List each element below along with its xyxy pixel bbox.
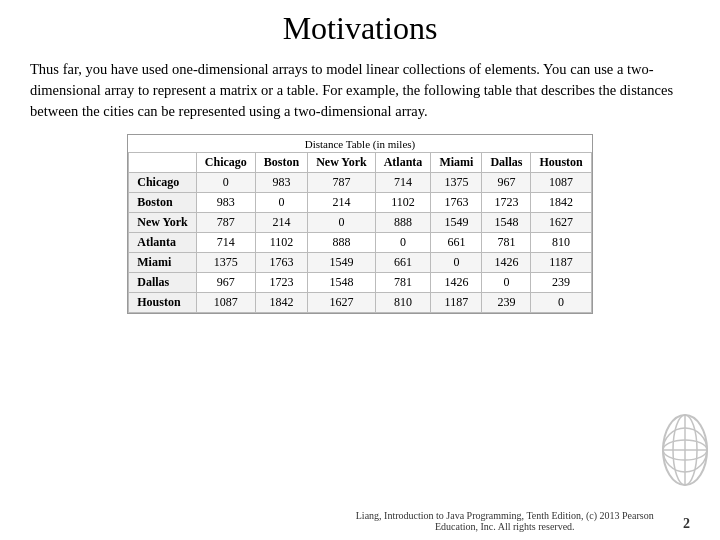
col-header-atlanta: Atlanta	[375, 153, 431, 173]
table-row: New York7872140888154915481627	[129, 213, 592, 233]
table-cell: 967	[482, 173, 531, 193]
page-number: 2	[683, 516, 690, 532]
col-header-boston: Boston	[255, 153, 307, 173]
table-cell: 781	[482, 233, 531, 253]
table-cell: 1763	[431, 193, 482, 213]
table-row: Chicago098378771413759671087	[129, 173, 592, 193]
col-header-newyork: New York	[308, 153, 376, 173]
table-cell: 661	[375, 253, 431, 273]
table-cell: 214	[308, 193, 376, 213]
row-header: Miami	[129, 253, 197, 273]
table-cell: 1549	[308, 253, 376, 273]
table-cell: 983	[196, 193, 255, 213]
table-row: Miami137517631549661014261187	[129, 253, 592, 273]
table-cell: 1548	[308, 273, 376, 293]
table-cell: 0	[196, 173, 255, 193]
table-cell: 983	[255, 173, 307, 193]
col-header-chicago: Chicago	[196, 153, 255, 173]
table-cell: 239	[531, 273, 591, 293]
table-cell: 714	[375, 173, 431, 193]
row-header: Chicago	[129, 173, 197, 193]
row-header: Dallas	[129, 273, 197, 293]
col-header-empty	[129, 153, 197, 173]
table-cell: 888	[308, 233, 376, 253]
table-container: Distance Table (in miles) Chicago Boston…	[30, 134, 690, 314]
table-cell: 810	[531, 233, 591, 253]
table-row: Atlanta71411028880661781810	[129, 233, 592, 253]
table-cell: 1842	[531, 193, 591, 213]
table-cell: 1763	[255, 253, 307, 273]
table-body: Chicago098378771413759671087Boston983021…	[129, 173, 592, 313]
table-cell: 239	[482, 293, 531, 313]
table-cell: 781	[375, 273, 431, 293]
table-header-row: Chicago Boston New York Atlanta Miami Da…	[129, 153, 592, 173]
table-cell: 1087	[531, 173, 591, 193]
col-header-miami: Miami	[431, 153, 482, 173]
globe-icon	[655, 410, 710, 490]
table-cell: 1627	[531, 213, 591, 233]
table-cell: 1102	[255, 233, 307, 253]
table-cell: 661	[431, 233, 482, 253]
table-cell: 1426	[431, 273, 482, 293]
table-cell: 0	[431, 253, 482, 273]
table-cell: 888	[375, 213, 431, 233]
table-cell: 1723	[255, 273, 307, 293]
table-cell: 0	[531, 293, 591, 313]
table-cell: 1187	[431, 293, 482, 313]
col-header-houston: Houston	[531, 153, 591, 173]
table-cell: 1375	[431, 173, 482, 193]
table-cell: 1087	[196, 293, 255, 313]
table-cell: 1548	[482, 213, 531, 233]
footer: Liang, Introduction to Java Programming,…	[0, 510, 720, 532]
row-header: Houston	[129, 293, 197, 313]
table-cell: 1723	[482, 193, 531, 213]
distance-table-wrapper: Distance Table (in miles) Chicago Boston…	[127, 134, 593, 314]
table-cell: 714	[196, 233, 255, 253]
footer-text: Liang, Introduction to Java Programming,…	[347, 510, 664, 532]
table-cell: 810	[375, 293, 431, 313]
table-cell: 1842	[255, 293, 307, 313]
table-cell: 787	[308, 173, 376, 193]
table-row: Dallas9671723154878114260239	[129, 273, 592, 293]
table-cell: 1375	[196, 253, 255, 273]
row-header: New York	[129, 213, 197, 233]
row-header: Boston	[129, 193, 197, 213]
table-caption: Distance Table (in miles)	[128, 135, 592, 152]
table-cell: 0	[255, 193, 307, 213]
table-cell: 787	[196, 213, 255, 233]
table-cell: 214	[255, 213, 307, 233]
row-header: Atlanta	[129, 233, 197, 253]
table-cell: 967	[196, 273, 255, 293]
table-cell: 1426	[482, 253, 531, 273]
table-row: Houston10871842162781011872390	[129, 293, 592, 313]
table-cell: 0	[308, 213, 376, 233]
table-cell: 1549	[431, 213, 482, 233]
table-cell: 0	[482, 273, 531, 293]
page: Motivations Thus far, you have used one-…	[0, 0, 720, 540]
col-header-dallas: Dallas	[482, 153, 531, 173]
table-cell: 1102	[375, 193, 431, 213]
body-text: Thus far, you have used one-dimensional …	[30, 59, 690, 122]
table-cell: 0	[375, 233, 431, 253]
table-cell: 1187	[531, 253, 591, 273]
table-row: Boston98302141102176317231842	[129, 193, 592, 213]
distance-table: Chicago Boston New York Atlanta Miami Da…	[128, 152, 592, 313]
table-cell: 1627	[308, 293, 376, 313]
page-title: Motivations	[30, 10, 690, 47]
